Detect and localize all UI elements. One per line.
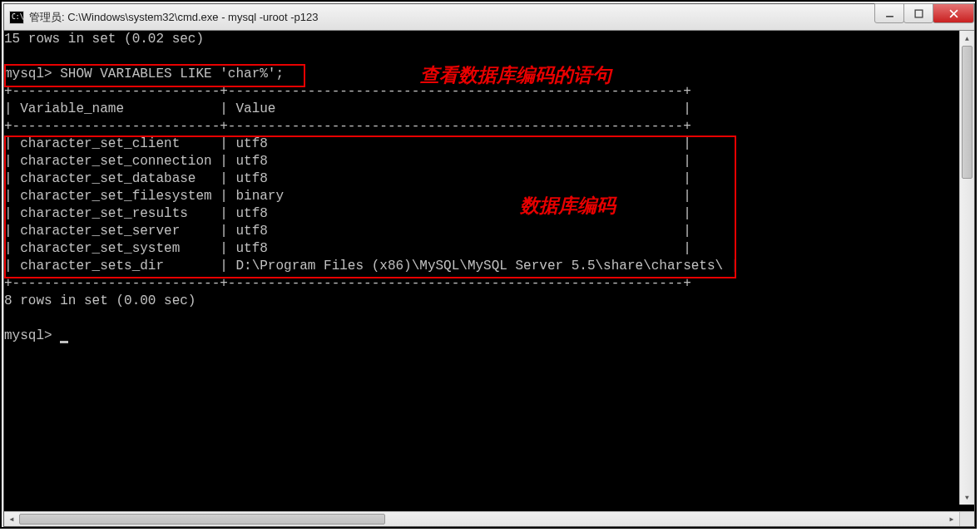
table-row: | character_set_server | utf8 | bbox=[4, 224, 691, 239]
table-header: | Variable_name | Value | bbox=[4, 101, 691, 116]
vertical-scrollbar[interactable]: ▲ ▼ bbox=[959, 31, 974, 505]
table-row: | character_set_connection | utf8 | bbox=[4, 154, 691, 169]
window-title: 管理员: C:\Windows\system32\cmd.exe - mysql… bbox=[29, 10, 319, 25]
cursor bbox=[60, 341, 68, 343]
titlebar[interactable]: C:\ 管理员: C:\Windows\system32\cmd.exe - m… bbox=[4, 4, 974, 31]
prompt-line: mysql> bbox=[4, 328, 60, 343]
output-line: 8 rows in set (0.00 sec) bbox=[4, 293, 196, 308]
table-row: | character_set_system | utf8 | bbox=[4, 241, 691, 256]
vertical-scroll-thumb[interactable] bbox=[962, 46, 973, 179]
table-row: | character_sets_dir | D:\Program Files … bbox=[4, 259, 739, 273]
maximize-button[interactable] bbox=[903, 3, 933, 23]
prompt-line: mysql> SHOW VARIABLES LIKE 'char%'; bbox=[4, 66, 284, 81]
terminal-area[interactable]: 15 rows in set (0.02 sec) mysql> SHOW VA… bbox=[4, 31, 974, 505]
close-button[interactable] bbox=[933, 3, 974, 23]
table-row: | character_set_results | utf8 | bbox=[4, 206, 691, 221]
divider: +--------------------------+------------… bbox=[4, 276, 691, 291]
scroll-down-arrow[interactable]: ▼ bbox=[960, 490, 974, 505]
horizontal-scrollbar[interactable]: ◀ ▶ bbox=[4, 511, 959, 526]
minimize-button[interactable] bbox=[874, 3, 904, 23]
table-row: | character_set_filesystem | binary | bbox=[4, 189, 691, 204]
outer-border: C:\ 管理员: C:\Windows\system32\cmd.exe - m… bbox=[0, 0, 977, 529]
scroll-right-arrow[interactable]: ▶ bbox=[944, 512, 959, 526]
scroll-up-arrow[interactable]: ▲ bbox=[960, 31, 974, 46]
terminal-content: 15 rows in set (0.02 sec) mysql> SHOW VA… bbox=[4, 31, 948, 345]
scroll-corner bbox=[959, 511, 974, 526]
horizontal-scroll-thumb[interactable] bbox=[19, 514, 385, 525]
svg-rect-1 bbox=[915, 10, 923, 17]
divider: +--------------------------+------------… bbox=[4, 119, 691, 134]
output-line: 15 rows in set (0.02 sec) bbox=[4, 32, 204, 47]
window-controls bbox=[875, 3, 974, 23]
divider: +--------------------------+------------… bbox=[4, 84, 691, 99]
table-row: | character_set_client | utf8 | bbox=[4, 136, 691, 151]
scroll-left-arrow[interactable]: ◀ bbox=[4, 512, 19, 526]
table-row: | character_set_database | utf8 | bbox=[4, 171, 691, 186]
cmd-icon: C:\ bbox=[9, 11, 24, 24]
cmd-window: C:\ 管理员: C:\Windows\system32\cmd.exe - m… bbox=[3, 3, 975, 527]
